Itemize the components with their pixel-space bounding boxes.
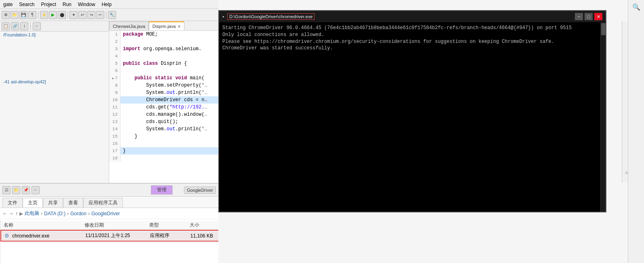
breadcrumb-googledriver[interactable]: GoogleDriver	[91, 211, 120, 216]
search-icon[interactable]: 🔍	[631, 2, 642, 13]
line-content-4	[120, 53, 123, 60]
line-content-7: public static void main(	[120, 74, 205, 82]
menu-project[interactable]: Project	[38, 2, 59, 7]
ribbon-tab-home[interactable]: 主页	[23, 198, 43, 208]
sidebar-item-asl[interactable]: -41 asl-develop-sp42]	[0, 78, 109, 85]
toolbar-btn-9[interactable]: ↪	[87, 11, 95, 19]
manage-button[interactable]: 管理	[151, 185, 173, 195]
line-content-15: }	[120, 133, 137, 140]
file-row-chromedriver[interactable]: ⚙ chromedriver.exe 11/11/2021 上午1:25 应用程…	[0, 230, 218, 242]
file-header-row: 名称 修改日期 类型 大小	[0, 221, 218, 230]
col-name-header[interactable]: 名称	[4, 222, 84, 229]
menu-window[interactable]: Window	[75, 2, 99, 7]
menu-search[interactable]: Search	[16, 2, 38, 7]
toolbar-btn-5[interactable]: ⚡	[40, 11, 48, 19]
code-line-10: 10 ChromeDriver cds = n…	[109, 96, 220, 104]
line-content-13: cds.quit();	[120, 118, 178, 125]
code-line-7: 7 public static void main(	[109, 74, 220, 82]
toolbar-sep-1	[38, 11, 38, 19]
code-line-18: 18	[109, 155, 220, 162]
toolbar-btn-3[interactable]: 💾	[19, 11, 27, 19]
line-content-3: import org.openqa.selenium.	[120, 45, 201, 53]
line-content-12: cds.manage().window(…	[120, 111, 207, 118]
tab-disprin-close[interactable]: ✕	[177, 24, 181, 29]
cmd-line-2: Only local connections are allowed.	[222, 32, 600, 38]
tab-disprin[interactable]: Disprin.java ✕	[149, 21, 184, 30]
sidebar-btn-4[interactable]: −	[33, 22, 41, 30]
code-line-15: 15 }	[109, 133, 220, 140]
code-line-1: 1 package MOE;	[109, 31, 220, 38]
file-btn-folder[interactable]: 📁	[12, 186, 20, 194]
sidebar-item-foundation[interactable]: /Foundation-1.0]	[0, 32, 109, 38]
ribbon-tab-share[interactable]: 共享	[43, 198, 63, 208]
code-line-2: 2	[109, 38, 220, 45]
sidebar-btn-1[interactable]: 📋	[2, 22, 10, 30]
col-date-header[interactable]: 修改日期	[84, 222, 149, 229]
file-name-chromedriver: ⚙ chromedriver.exe	[4, 233, 85, 239]
line-content-16	[120, 140, 123, 147]
line-num-16: 16	[109, 140, 120, 147]
ribbon-tab-view[interactable]: 查看	[63, 198, 83, 208]
cmd-maximize-button[interactable]: □	[585, 13, 593, 20]
toolbar-btn-11[interactable]: 🔧	[108, 11, 116, 19]
sidebar-btn-2[interactable]: 🔗	[11, 22, 19, 30]
toolbar-btn-2[interactable]: 📁	[11, 11, 19, 19]
breadcrumb-sep-3: ›	[88, 211, 90, 216]
ribbon-tab-file[interactable]: 文件	[2, 198, 23, 208]
col-type-header[interactable]: 类型	[149, 222, 190, 229]
line-num-4: 4	[109, 53, 120, 60]
toolbar-btn-8[interactable]: ↩	[78, 11, 87, 19]
cmd-close-button[interactable]: ✕	[594, 13, 602, 20]
toolbar-btn-6[interactable]: ⬤	[58, 11, 66, 19]
cmd-window: ▪ D:\Gordon\GoogleDriver\chromedriver.ex…	[218, 10, 606, 212]
line-num-3: 3	[109, 45, 120, 53]
toolbar-btn-run[interactable]: ▶	[49, 11, 57, 19]
file-size-chromedriver: 11,106 KB	[190, 233, 218, 239]
breadcrumb-data[interactable]: DATA (D:)	[44, 211, 65, 216]
folder-label: GoogleDriver	[184, 187, 216, 194]
menu-gate[interactable]: gate	[0, 2, 16, 7]
line-num-11: 11	[109, 104, 120, 111]
toolbar-btn-7[interactable]: ✦	[70, 11, 78, 19]
file-btn-check[interactable]: ☑	[2, 186, 11, 194]
cmd-line-3: Please see https://chromedriver.chromium…	[222, 38, 600, 45]
file-btn-pin[interactable]: 📌	[22, 186, 30, 194]
breadcrumb-forward[interactable]: →	[9, 211, 14, 216]
breadcrumb-gordon[interactable]: Gordon	[70, 211, 87, 216]
sidebar-toolbar: 📋 🔗 ⁞ −	[0, 21, 109, 32]
toolbar-btn-10[interactable]: ⤺	[96, 11, 104, 19]
ribbon-tabs: 文件 主页 共享 查看 应用程序工具	[0, 197, 218, 208]
tab-chenweiJia[interactable]: ChenweiJia.java	[109, 21, 149, 30]
file-btn-collapse[interactable]: −	[32, 186, 40, 194]
cmd-controls: − □ ✕	[575, 13, 602, 20]
line-num-18: 18	[109, 155, 120, 162]
tab-chenweiJia-label: ChenweiJia.java	[113, 24, 145, 29]
menu-bar: gate Search Project Run Window Help	[0, 0, 218, 9]
file-explorer: ☑ 📁 📌 − 管理 GoogleDriver 文件 主页 共享 查看 应用程序…	[0, 183, 218, 263]
cmd-minimize-button[interactable]: −	[575, 13, 583, 20]
code-line-3: 3 import org.openqa.selenium.	[109, 45, 220, 53]
line-content-11: cds.get("http://192.…	[120, 104, 207, 111]
code-line-14: 14 System.out.println('…	[109, 125, 220, 133]
toolbar-btn-4[interactable]: ¶	[28, 11, 36, 19]
toolbar-btn-1[interactable]: ⚙	[2, 11, 10, 19]
breadcrumb-back[interactable]: ←	[2, 211, 7, 216]
menu-help[interactable]: Help	[98, 2, 115, 7]
file-icon-chromedriver: ⚙	[4, 233, 9, 239]
col-size-header[interactable]: 大小	[190, 222, 218, 229]
ribbon-tab-tools[interactable]: 应用程序工具	[83, 198, 123, 208]
breadcrumb-up[interactable]: ↑	[15, 211, 18, 216]
code-line-11: 11 cds.get("http://192.…	[109, 104, 220, 111]
file-list: 📁 selenium-java-↑ 📁 每天工作task跟 ☁ OneDrive…	[0, 219, 218, 263]
sidebar-btn-3[interactable]: ⁞	[20, 22, 28, 30]
line-num-10: 10	[109, 96, 120, 104]
cmd-scrollbar[interactable]	[600, 22, 606, 212]
line-num-17: 17	[109, 147, 120, 155]
menu-run[interactable]: Run	[59, 2, 75, 7]
breadcrumb-pc[interactable]: 此电脑	[25, 210, 39, 217]
line-num-5: 5	[109, 60, 120, 67]
line-content-2	[120, 38, 123, 45]
file-toolbar: ☑ 📁 📌 − 管理 GoogleDriver	[0, 184, 218, 197]
breadcrumb: ← → ↑ ▶ 此电脑 › DATA (D:) › Gordon › Googl…	[0, 208, 218, 219]
line-content-14: System.out.println('…	[120, 125, 207, 133]
